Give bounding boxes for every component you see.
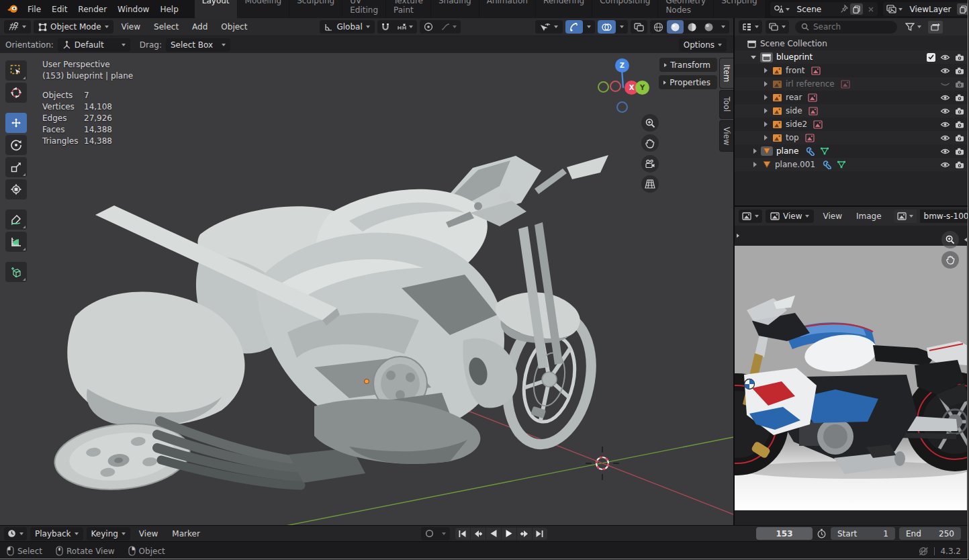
menu-view[interactable]: View [134,529,163,539]
tab-tool[interactable]: Tool [719,90,733,118]
menu-object[interactable]: Object [216,22,252,32]
play-reverse-button[interactable] [486,528,501,540]
pin-icon[interactable] [840,5,849,13]
shading-material-button[interactable] [684,20,700,34]
menu-select[interactable]: Select [148,22,184,32]
menu-marker[interactable]: Marker [167,529,205,539]
collapse-icon[interactable] [751,56,756,59]
zoom-button[interactable] [641,114,659,132]
keying-dropdown[interactable]: Keying [87,527,130,541]
tab-rendering[interactable]: Rendering [536,0,592,18]
render-toggle-camera-icon[interactable] [955,134,964,142]
menu-window[interactable]: Window [112,5,154,14]
drag-dropdown[interactable]: Select Box [166,38,230,52]
scene-name[interactable]: Scene [793,5,840,14]
row-object-plane-001[interactable]: plane.001 [735,158,968,171]
filter-dropdown[interactable] [903,23,923,31]
tab-shading[interactable]: Shading [431,0,479,18]
shading-wireframe-button[interactable] [650,20,667,34]
cursor-tool[interactable] [5,83,27,103]
tab-texture-paint[interactable]: Texture Paint [386,0,430,18]
hide-toggle-eye-icon[interactable] [940,94,950,101]
outliner-search-input[interactable]: Search [795,21,897,34]
hide-toggle-eye-icon[interactable] [940,67,950,75]
jump-to-start-button[interactable] [455,528,470,540]
row-image-irl-reference[interactable]: irl reference [735,77,968,91]
playback-dropdown[interactable]: Playback [30,527,83,541]
snap-target-selector[interactable] [394,20,417,34]
render-toggle-camera-icon[interactable] [955,54,964,61]
auto-key-toggle[interactable] [421,527,438,541]
expand-icon[interactable] [764,122,768,127]
hide-toggle-eye-icon[interactable] [940,121,950,128]
row-scene-collection[interactable]: Scene Collection [735,37,968,50]
properties-panel-header[interactable]: Properties [659,75,717,89]
stopwatch-icon[interactable] [817,528,827,539]
menu-help[interactable]: Help [154,5,183,14]
axis-z-neg-ball[interactable] [616,101,628,113]
axis-y-neg-ball[interactable] [598,81,609,93]
mode-selector[interactable]: Object Mode [34,20,113,34]
next-keyframe-button[interactable] [517,528,532,540]
expand-icon[interactable] [753,148,757,154]
tab-layout[interactable]: Layout [195,0,237,18]
hide-toggle-eye-icon[interactable] [940,107,950,115]
blender-logo-icon[interactable] [7,4,18,14]
annotate-tool[interactable] [5,209,27,230]
render-toggle-camera-icon[interactable] [955,161,964,169]
select-box-tool[interactable] [5,60,27,81]
menu-file[interactable]: File [22,5,46,14]
show-gizmo-toggle[interactable] [565,20,583,34]
render-toggle-camera-icon[interactable] [955,94,964,101]
axis-x-neg-ball[interactable] [610,81,621,92]
expand-icon[interactable] [764,81,768,87]
current-frame-field[interactable]: 153 [756,527,813,540]
options-dropdown[interactable]: Options [679,38,727,52]
expand-icon[interactable] [764,95,768,100]
timeline-editor-type-button[interactable] [4,527,27,541]
menu-view[interactable]: View [116,22,146,32]
panel-expand-icon[interactable] [737,234,739,238]
hide-toggle-eye-icon[interactable] [940,161,950,169]
row-image-side[interactable]: side [735,104,968,118]
jump-to-end-button[interactable] [533,528,547,540]
image-pan-button[interactable] [941,251,959,269]
scale-tool[interactable] [5,157,27,177]
image-zoom-button[interactable] [941,231,959,248]
visibility-dropdown[interactable] [535,20,563,34]
tab-compositing[interactable]: Compositing [592,0,657,18]
image-mode-dropdown[interactable]: View [766,209,814,223]
collection-checkbox[interactable] [927,53,935,62]
rotate-tool[interactable] [5,135,27,155]
new-collection-button[interactable] [928,21,943,34]
outliner-display-mode-button[interactable] [766,20,789,34]
tab-animation[interactable]: Animation [479,0,535,18]
prev-keyframe-button[interactable] [471,528,486,540]
orientation-dropdown[interactable]: Default [58,38,130,52]
move-tool[interactable] [5,113,27,133]
image-browse-button[interactable] [894,209,917,223]
pan-button[interactable] [641,134,659,152]
hidden-eye-closed-icon[interactable] [940,81,950,88]
navigation-gizmo[interactable]: Z X Y [596,58,649,112]
menu-edit[interactable]: Edit [46,5,73,14]
row-collection-blueprint[interactable]: blueprint [735,50,968,64]
xray-toggle[interactable] [631,20,647,34]
menu-view[interactable]: View [817,212,847,221]
tab-scripting[interactable]: Scripting [714,0,764,18]
viewlayer-name[interactable]: ViewLayer [906,5,956,14]
shading-dropdown[interactable] [717,20,729,34]
transform-panel-header[interactable]: Transform [659,58,717,72]
render-toggle-camera-icon[interactable] [955,67,964,75]
menu-add[interactable]: Add [187,22,213,32]
tab-modeling[interactable]: Modeling [238,0,289,18]
hide-toggle-eye-icon[interactable] [940,148,950,155]
tab-uv-editing[interactable]: UV Editing [342,0,385,18]
falloff-selector[interactable] [437,20,461,34]
expand-icon[interactable] [764,135,768,140]
render-toggle-camera-icon[interactable] [955,107,964,115]
editor-type-button[interactable] [4,20,31,34]
camera-view-button[interactable] [641,155,659,173]
render-toggle-camera-icon[interactable] [955,148,964,155]
expand-icon[interactable] [753,162,757,167]
